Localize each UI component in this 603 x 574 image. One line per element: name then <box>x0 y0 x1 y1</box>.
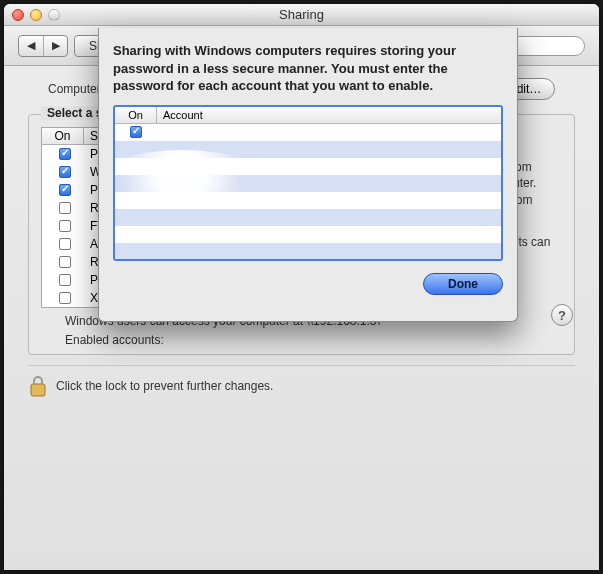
table-row <box>115 243 501 260</box>
table-row <box>115 158 501 175</box>
checkbox[interactable] <box>59 202 71 214</box>
accounts-table: On Account <box>113 105 503 261</box>
window-title: Sharing <box>4 7 599 22</box>
checkbox[interactable] <box>130 126 142 138</box>
lock-row: Click the lock to prevent further change… <box>22 374 581 404</box>
checkbox[interactable] <box>59 148 71 160</box>
minimize-icon[interactable] <box>30 9 42 21</box>
table-row <box>115 226 501 243</box>
accounts-sheet: Sharing with Windows computers requires … <box>98 28 518 322</box>
forward-button[interactable]: ▶ <box>43 36 67 56</box>
enabled-accounts-line: Enabled accounts: <box>65 331 556 350</box>
titlebar: Sharing <box>4 4 599 26</box>
nav-segment: ◀ ▶ <box>18 35 68 57</box>
back-button[interactable]: ◀ <box>19 36 43 56</box>
sheet-message: Sharing with Windows computers requires … <box>113 42 503 95</box>
table-row <box>115 209 501 226</box>
sharing-window: Sharing ◀ ▶ Show All Computer Name: Edit… <box>4 4 599 570</box>
checkbox[interactable] <box>59 166 71 178</box>
divider <box>28 365 575 366</box>
table-row[interactable] <box>115 124 501 141</box>
window-controls <box>12 9 60 21</box>
close-icon[interactable] <box>12 9 24 21</box>
checkbox[interactable] <box>59 256 71 268</box>
table-row <box>115 141 501 158</box>
zoom-icon[interactable] <box>48 9 60 21</box>
col-account: Account <box>157 107 501 123</box>
col-on: On <box>115 107 157 123</box>
checkbox[interactable] <box>59 220 71 232</box>
checkbox[interactable] <box>59 238 71 250</box>
table-row <box>115 192 501 209</box>
checkbox[interactable] <box>59 184 71 196</box>
col-on: On <box>42 128 84 144</box>
svg-rect-2 <box>31 384 45 396</box>
checkbox[interactable] <box>59 274 71 286</box>
table-row <box>115 175 501 192</box>
accounts-table-header: On Account <box>115 107 501 124</box>
checkbox[interactable] <box>59 292 71 304</box>
lock-text: Click the lock to prevent further change… <box>56 379 273 393</box>
lock-icon[interactable] <box>28 374 48 398</box>
done-button[interactable]: Done <box>423 273 503 295</box>
